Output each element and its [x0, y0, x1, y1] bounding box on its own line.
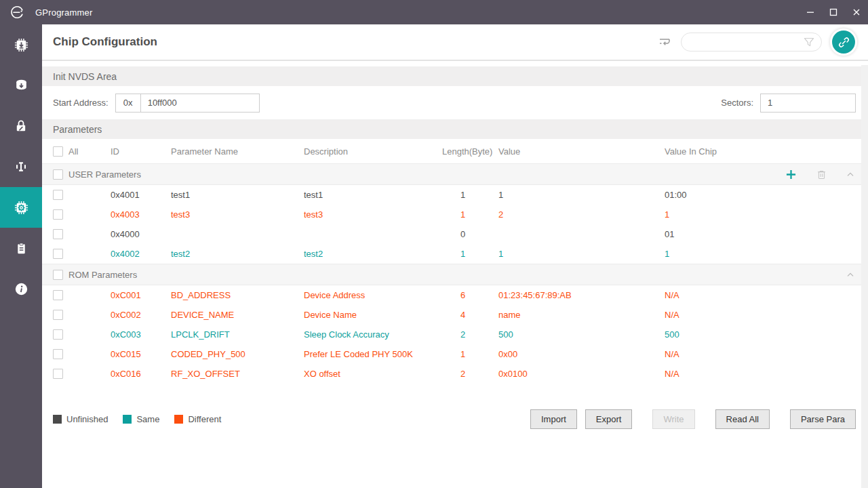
parameter-row: 0x4001test1test11101:00	[42, 185, 868, 205]
link-icon	[837, 36, 850, 49]
sidebar-item-device-log[interactable]	[0, 228, 42, 268]
row-checkbox[interactable]	[53, 310, 63, 320]
cell-length: 0	[442, 229, 498, 239]
cell-id: 0x4001	[111, 190, 171, 200]
cell-value-in-chip: 01	[665, 229, 856, 239]
collapse-group-button[interactable]	[845, 269, 856, 280]
maximize-button[interactable]	[822, 0, 845, 24]
app-window: GProgrammer Chip Configuration	[0, 0, 868, 488]
legend-color-swatch	[53, 415, 62, 424]
close-button[interactable]	[845, 0, 868, 24]
sidebar-item-efuse-layout[interactable]	[0, 146, 42, 187]
row-checkbox[interactable]	[53, 369, 63, 379]
column-parameter-name: Parameter Name	[171, 146, 304, 157]
collapse-group-button[interactable]	[845, 169, 856, 180]
parse-para-button[interactable]: Parse Para	[790, 409, 856, 429]
cell-id: 0xC002	[111, 310, 171, 320]
column-value-in-chip: Value In Chip	[665, 146, 856, 157]
start-address-input[interactable]	[141, 94, 259, 112]
row-checkbox[interactable]	[53, 229, 63, 239]
search-input[interactable]	[688, 37, 804, 47]
cell-description: test2	[304, 249, 442, 259]
legend-color-swatch	[174, 415, 183, 424]
app-title: GProgrammer	[35, 7, 93, 18]
sectors-input[interactable]	[760, 94, 856, 113]
cell-description: test1	[304, 190, 442, 200]
cell-length: 1	[442, 209, 498, 220]
cell-description: test3	[304, 209, 442, 220]
cell-value-in-chip: N/A	[665, 369, 856, 379]
init-nvds-section-header: Init NVDS Area	[42, 66, 868, 86]
row-checkbox[interactable]	[53, 209, 63, 220]
help-icon	[13, 281, 30, 298]
legend-different: Different	[174, 414, 221, 424]
parameter-row: 0x4002test2test2111	[42, 244, 868, 264]
vertical-scrollbar[interactable]	[861, 65, 868, 488]
export-button[interactable]: Export	[585, 409, 633, 429]
efuse-layout-icon	[12, 158, 30, 176]
filter-icon[interactable]	[804, 37, 814, 47]
write-button: Write	[652, 409, 694, 429]
add-parameter-button[interactable]	[784, 167, 798, 182]
parameter-row: 0xC015CODED_PHY_500Prefer LE Coded PHY 5…	[42, 344, 868, 364]
cell-length: 4	[442, 310, 498, 320]
cell-parameter-name: test2	[171, 249, 304, 259]
footer-bar: UnfinishedSameDifferent ImportExportWrit…	[42, 409, 868, 429]
sidebar-item-help[interactable]	[0, 268, 42, 309]
import-button[interactable]: Import	[530, 409, 577, 429]
cell-value: 01:23:45:67:89:AB	[498, 290, 665, 300]
column-all: All	[68, 146, 78, 157]
parameter-row: 0xC002DEVICE_NAMEDevice Name4nameN/A	[42, 305, 868, 325]
flash-download-icon	[12, 77, 31, 95]
encrypt-sign-icon	[12, 117, 30, 135]
device-log-icon	[13, 240, 30, 257]
group-checkbox[interactable]	[53, 270, 63, 280]
cell-value: 1	[498, 190, 665, 200]
cell-id: 0x4003	[111, 209, 171, 220]
row-checkbox[interactable]	[53, 329, 63, 340]
select-all-checkbox[interactable]	[53, 146, 63, 157]
cell-value: 2	[498, 209, 665, 220]
column-value: Value	[498, 146, 665, 157]
nvds-address-row: Start Address: 0x Sectors:	[42, 86, 868, 119]
legend-unfinished: Unfinished	[53, 414, 108, 424]
sidebar-item-firmware-download[interactable]	[0, 24, 42, 65]
parameters-table-header: All ID Parameter Name Description Length…	[42, 139, 868, 163]
parameters-section-header: Parameters	[42, 119, 868, 139]
row-checkbox[interactable]	[53, 349, 63, 359]
cell-value-in-chip: 1	[665, 209, 856, 220]
cell-id: 0xC001	[111, 290, 171, 300]
legend-same: Same	[123, 414, 159, 424]
row-checkbox[interactable]	[53, 290, 63, 300]
cell-value-in-chip: 500	[665, 329, 856, 340]
row-checkbox[interactable]	[53, 190, 63, 200]
legend-label: Unfinished	[66, 414, 108, 424]
delete-parameter-button[interactable]	[816, 169, 827, 180]
hex-prefix: 0x	[116, 94, 141, 112]
sidebar-item-encrypt-sign[interactable]	[0, 106, 42, 146]
chip-configuration-icon	[12, 199, 31, 217]
sidebar-item-flash-download[interactable]	[0, 65, 42, 106]
cell-value: 0x00	[498, 349, 665, 359]
read-all-button[interactable]: Read All	[715, 409, 770, 429]
parameter-row: 0x4000001	[42, 224, 868, 244]
cell-id: 0xC016	[111, 369, 171, 379]
start-address-label: Start Address:	[53, 98, 108, 108]
connect-button[interactable]	[830, 28, 857, 56]
sidebar-item-chip-configuration[interactable]	[0, 187, 42, 228]
cell-length: 2	[442, 369, 498, 379]
group-checkbox[interactable]	[53, 169, 63, 180]
cell-id: 0x4002	[111, 249, 171, 259]
legend-color-swatch	[123, 415, 132, 424]
cell-value-in-chip: N/A	[665, 290, 856, 300]
sidebar	[0, 24, 42, 488]
minimize-button[interactable]	[799, 0, 822, 24]
window-controls	[799, 0, 868, 24]
legend-label: Different	[188, 414, 221, 424]
status-legend: UnfinishedSameDifferent	[53, 414, 221, 424]
cell-value: 0x0100	[498, 369, 665, 379]
init-nvds-title: Init NVDS Area	[53, 71, 117, 82]
main-panel: Chip Configuration	[42, 24, 868, 488]
row-checkbox[interactable]	[53, 249, 63, 259]
reset-filter-icon[interactable]	[658, 36, 671, 48]
